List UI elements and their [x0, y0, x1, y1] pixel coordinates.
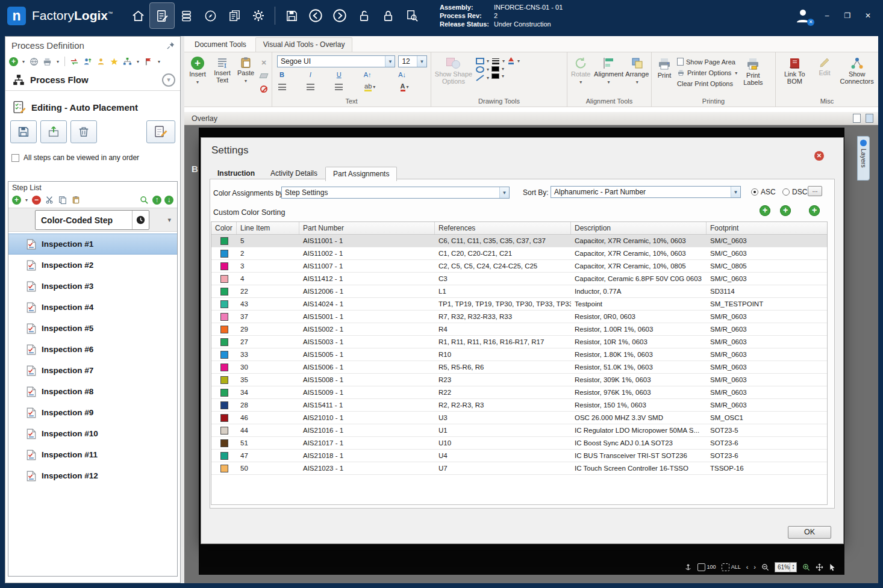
color-swatch[interactable] [220, 389, 228, 397]
superscript-button[interactable]: A↑ [361, 69, 373, 80]
add-color-sort-button-2[interactable]: + [780, 205, 791, 216]
step-group-box[interactable]: Color-Coded Step [35, 210, 149, 230]
next-view-icon[interactable]: › [754, 563, 756, 571]
printer-options-button[interactable]: Printer Options▾ [677, 69, 738, 76]
align-left-button[interactable] [276, 81, 288, 92]
table-row[interactable]: 33 AIS15005 - 1 R10 Resistor, 1.80K 1%, … [211, 348, 827, 361]
table-row[interactable]: 28 AIS15411 - 1 R2, R2-R3, R3 Resistor, … [211, 399, 827, 412]
table-row[interactable]: 43 AIS14024 - 1 TP1, TP19, TP19, TP30, T… [211, 298, 827, 311]
color-swatch[interactable] [220, 452, 228, 460]
table-row[interactable]: 5 AIS11001 - 1 C6, C11, C11, C35, C35, C… [211, 235, 827, 247]
page-view-icon[interactable] [853, 114, 861, 123]
marker-tool[interactable]: ▾ [507, 57, 521, 65]
user-button[interactable]: ✕ [794, 7, 812, 25]
add-icon[interactable]: + [9, 57, 18, 66]
table-row[interactable]: 29 AIS15002 - 1 R4 Resistor, 1.00R 1%, 0… [211, 323, 827, 336]
color-assignments-select[interactable]: Step Settings▼ [281, 187, 510, 199]
color-swatch[interactable] [220, 465, 228, 472]
insert-text-button[interactable]: Insert Text [211, 55, 234, 84]
step-list-item[interactable]: Inspection #5 [8, 318, 177, 339]
color-swatch[interactable] [220, 414, 228, 422]
sync-icon[interactable] [69, 57, 80, 67]
save-template-button[interactable] [10, 120, 37, 143]
delete-template-button[interactable] [70, 120, 97, 143]
materials-button[interactable] [174, 3, 198, 28]
color-swatch[interactable] [220, 313, 228, 321]
bold-button[interactable]: B [276, 69, 288, 80]
maximize-button[interactable]: ❐ [842, 11, 853, 20]
asc-radio-icon[interactable] [751, 188, 758, 196]
color-swatch[interactable] [220, 300, 228, 308]
combo-arrow-icon[interactable]: ▼ [385, 56, 395, 67]
insert-button[interactable]: + Insert▾ [186, 55, 210, 85]
combo-arrow-icon[interactable]: ▼ [731, 187, 740, 197]
table-header-cell[interactable]: Color [211, 222, 237, 234]
shape-rect-tool[interactable]: ▾ [476, 58, 490, 64]
move-step-up-icon[interactable]: ↑ [152, 196, 161, 205]
table-row[interactable]: 47 AIS21018 - 1 U4 IC BUS Transceiver TR… [211, 450, 827, 462]
step-list-item[interactable]: Inspection #3 [8, 276, 177, 297]
flag-dropdown-icon[interactable]: ▾ [157, 59, 161, 64]
prev-view-icon[interactable]: ‹ [746, 563, 749, 571]
step-list-item[interactable]: Inspection #2 [8, 255, 177, 276]
color-swatch[interactable] [220, 439, 228, 447]
step-list-item[interactable]: Inspection #8 [8, 381, 177, 402]
ribbon-tab[interactable]: Visual Aid Tools - Overlay [255, 37, 353, 52]
color-swatch[interactable] [220, 275, 228, 283]
ok-button[interactable]: OK [788, 526, 831, 539]
collapse-chevron-icon[interactable]: ▾ [162, 73, 175, 87]
table-row[interactable]: 3 AIS11007 - 1 C2, C5, C5, C24, C24-C25,… [211, 260, 827, 273]
color-swatch[interactable] [220, 427, 228, 435]
star-icon[interactable] [109, 57, 119, 67]
globe-icon[interactable] [29, 57, 39, 67]
font-size-combo[interactable]: 12▼ [398, 55, 427, 67]
shape-ellipse-tool[interactable]: ▾ [476, 66, 490, 73]
table-row[interactable]: 2 AIS11002 - 1 C1, C20, C20-C21, C21 Cap… [211, 247, 827, 260]
cut-icon[interactable] [44, 195, 54, 205]
edit-step-button[interactable] [146, 120, 175, 143]
link-to-bom-button[interactable]: Link To BOM [778, 55, 811, 85]
table-row[interactable]: 44 AIS21016 - 1 U1 IC Regulator LDO Micr… [211, 424, 827, 437]
zoom-all-button[interactable]: ALL [722, 563, 741, 571]
edit-button[interactable]: Edit [814, 55, 835, 77]
clear-print-options-button[interactable]: Clear Print Options [677, 80, 738, 87]
underline-button[interactable]: U [333, 69, 345, 80]
paste-icon[interactable] [70, 195, 81, 205]
dialog-close-icon[interactable]: ✕ [814, 151, 824, 161]
font-name-combo[interactable]: Segoe UI▼ [277, 55, 395, 67]
pan-icon[interactable] [816, 563, 823, 571]
table-header-cell[interactable]: Footprint [707, 222, 827, 234]
fill-color-tool[interactable]: ▾ [491, 66, 506, 72]
alignment-button[interactable]: Alignment▾ [594, 55, 623, 85]
add-color-sort-button-3[interactable]: + [809, 205, 820, 216]
subscript-button[interactable]: A↓ [396, 69, 408, 80]
combo-arrow-icon[interactable]: ▼ [417, 56, 426, 67]
select-cursor-icon[interactable] [829, 563, 836, 571]
show-page-area-button[interactable]: Show Page Area [677, 58, 738, 66]
close-button[interactable]: ✕ [863, 11, 873, 20]
table-row[interactable]: 4 AIS11412 - 1 C3 Capacitor, Ceramic 6.8… [211, 273, 827, 285]
eraser-icon[interactable] [258, 70, 270, 81]
table-header-cell[interactable]: Description [571, 222, 707, 234]
order-checkbox[interactable] [11, 154, 19, 162]
rotate-button[interactable]: Rotate▾ [569, 55, 593, 85]
table-header-cell[interactable]: References [435, 222, 571, 234]
add-step-dropdown-icon[interactable]: ▾ [24, 197, 29, 203]
fit-view-icon[interactable] [866, 114, 873, 123]
zoom-100-button[interactable]: 100 [697, 563, 716, 571]
shape-line-tool[interactable]: ▾ [476, 75, 490, 81]
copy-icon[interactable] [57, 195, 67, 205]
show-connectors-button[interactable]: Show Connectors [838, 55, 876, 85]
align-center-button[interactable] [304, 81, 316, 92]
line-color-tool[interactable]: ▾ [491, 73, 506, 79]
move-step-down-icon[interactable]: ↓ [164, 196, 173, 205]
minimize-button[interactable]: – [822, 11, 832, 20]
system-settings-button[interactable] [246, 3, 270, 28]
lock-button[interactable] [376, 3, 400, 28]
print-labels-button[interactable]: Print Labels [740, 55, 766, 86]
step-list-item[interactable]: Inspection #10 [8, 423, 177, 444]
process-flow-row[interactable]: Process Flow ▾ [5, 69, 180, 91]
color-swatch[interactable] [220, 364, 228, 371]
color-swatch[interactable] [220, 351, 228, 359]
print-dropdown-icon[interactable]: ▾ [55, 59, 60, 64]
